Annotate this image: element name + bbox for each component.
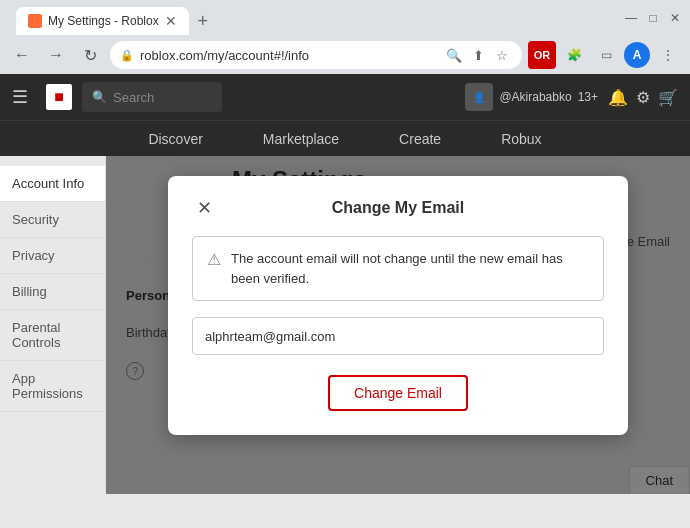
address-bar[interactable]: 🔒 roblox.com/my/account#!/info 🔍 ⬆ ☆: [110, 41, 522, 69]
title-bar: My Settings - Roblox ✕ + — □ ✕: [0, 0, 690, 36]
search-address-icon[interactable]: 🔍: [444, 45, 464, 65]
url-text: roblox.com/my/account#!/info: [140, 48, 438, 63]
change-email-button[interactable]: Change Email: [328, 375, 468, 411]
address-icons: 🔍 ⬆ ☆: [444, 45, 512, 65]
forward-button[interactable]: →: [42, 41, 70, 69]
minimize-button[interactable]: —: [624, 11, 638, 25]
user-avatar: 👤: [465, 83, 493, 111]
age-label: 13+: [578, 90, 598, 104]
nav-create[interactable]: Create: [399, 131, 441, 147]
username: @Akirababko: [499, 90, 571, 104]
sidebar-item-billing[interactable]: Billing: [0, 274, 105, 310]
window-controls: — □ ✕: [624, 11, 682, 25]
browser-chrome: My Settings - Roblox ✕ + — □ ✕ ← → ↻ 🔒 r…: [0, 0, 690, 74]
sidebar-item-account-info[interactable]: Account Info: [0, 166, 105, 202]
screen-icon[interactable]: ▭: [592, 41, 620, 69]
site-content: ☰ ■ 🔍 Search 👤 @Akirababko 13+ 🔔 ⚙ 🛒 Dis…: [0, 74, 690, 494]
nav-marketplace[interactable]: Marketplace: [263, 131, 339, 147]
search-placeholder: Search: [113, 90, 154, 105]
change-email-modal: ✕ Change My Email ⚠ The account email wi…: [168, 176, 628, 435]
hamburger-menu[interactable]: ☰: [12, 86, 36, 108]
modal-close-button[interactable]: ✕: [192, 196, 216, 220]
sidebar-item-parental-controls[interactable]: Parental Controls: [0, 310, 105, 361]
tab-close-button[interactable]: ✕: [165, 13, 177, 29]
shop-icon[interactable]: 🛒: [658, 88, 678, 107]
browser-tab[interactable]: My Settings - Roblox ✕: [16, 7, 189, 35]
tab-title: My Settings - Roblox: [48, 14, 159, 28]
menu-icon[interactable]: ⋮: [654, 41, 682, 69]
sidebar-item-security[interactable]: Security: [0, 202, 105, 238]
sidebar-item-privacy[interactable]: Privacy: [0, 238, 105, 274]
lock-icon: 🔒: [120, 49, 134, 62]
modal-title: Change My Email: [216, 199, 580, 217]
settings-gear-icon[interactable]: ⚙: [636, 88, 650, 107]
notification-bell-icon[interactable]: 🔔: [608, 88, 628, 107]
user-info: 👤 @Akirababko 13+: [465, 83, 598, 111]
email-input[interactable]: [192, 317, 604, 355]
page-area: Account Info Security Privacy Billing Pa…: [0, 156, 690, 494]
maximize-button[interactable]: □: [646, 11, 660, 25]
roblox-extension-icon[interactable]: OR: [528, 41, 556, 69]
modal-overlay: ✕ Change My Email ⚠ The account email wi…: [106, 156, 690, 494]
roblox-main-nav: Discover Marketplace Create Robux: [0, 120, 690, 156]
bookmark-icon[interactable]: ☆: [492, 45, 512, 65]
puzzle-extension-icon[interactable]: 🧩: [560, 41, 588, 69]
modal-header: ✕ Change My Email: [192, 196, 604, 220]
new-tab-button[interactable]: +: [189, 7, 217, 35]
warning-triangle-icon: ⚠: [207, 250, 221, 269]
roblox-search-bar[interactable]: 🔍 Search: [82, 82, 222, 112]
address-bar-row: ← → ↻ 🔒 roblox.com/my/account#!/info 🔍 ⬆…: [0, 36, 690, 74]
warning-box: ⚠ The account email will not change unti…: [192, 236, 604, 301]
tab-favicon: [28, 14, 42, 28]
tab-bar: My Settings - Roblox ✕ +: [8, 1, 624, 35]
roblox-logo: ■: [46, 84, 72, 110]
sidebar: Account Info Security Privacy Billing Pa…: [0, 156, 106, 494]
nav-discover[interactable]: Discover: [148, 131, 202, 147]
roblox-top-nav: ☰ ■ 🔍 Search 👤 @Akirababko 13+ 🔔 ⚙ 🛒: [0, 74, 690, 120]
close-window-button[interactable]: ✕: [668, 11, 682, 25]
refresh-button[interactable]: ↻: [76, 41, 104, 69]
search-icon: 🔍: [92, 90, 107, 104]
nav-robux[interactable]: Robux: [501, 131, 541, 147]
extension-icons: OR 🧩 ▭ A ⋮: [528, 41, 682, 69]
modal-footer: Change Email: [192, 375, 604, 411]
back-button[interactable]: ←: [8, 41, 36, 69]
share-icon[interactable]: ⬆: [468, 45, 488, 65]
sidebar-item-app-permissions[interactable]: App Permissions: [0, 361, 105, 412]
nav-icons: 🔔 ⚙ 🛒: [608, 88, 678, 107]
main-content: My Settings verification Update Email Pe…: [106, 156, 690, 494]
warning-text: The account email will not change until …: [231, 249, 589, 288]
browser-profile-avatar[interactable]: A: [624, 42, 650, 68]
